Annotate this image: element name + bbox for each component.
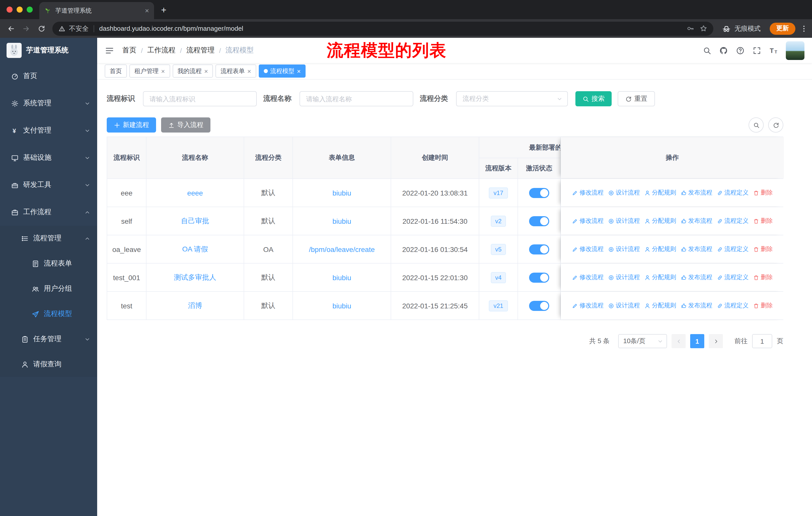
version-badge[interactable]: v5	[491, 244, 506, 255]
fullscreen-icon[interactable]	[753, 46, 761, 55]
goto-page-input[interactable]	[752, 334, 772, 348]
sidebar-item-process-form[interactable]: 流程表单	[0, 251, 97, 276]
process-name-link[interactable]: eeee	[187, 189, 203, 197]
process-name-link[interactable]: 测试多审批人	[174, 273, 216, 282]
modify-link[interactable]: 修改流程	[572, 273, 604, 282]
import-process-button[interactable]: 导入流程	[161, 117, 210, 133]
modify-link[interactable]: 修改流程	[572, 188, 604, 197]
definition-link[interactable]: 流程定义	[717, 245, 749, 253]
assign-rule-link[interactable]: 分配规则	[644, 245, 676, 253]
publish-link[interactable]: 发布流程	[680, 273, 712, 282]
form-info-link[interactable]: biubiu	[332, 189, 351, 197]
version-badge[interactable]: v21	[489, 300, 508, 311]
assign-rule-link[interactable]: 分配规则	[644, 301, 676, 310]
design-link[interactable]: 设计流程	[608, 273, 640, 282]
delete-link[interactable]: 删除	[753, 301, 773, 310]
breadcrumb-item-home[interactable]: 首页	[122, 46, 137, 55]
definition-link[interactable]: 流程定义	[717, 273, 749, 282]
maximize-window-button[interactable]	[27, 6, 33, 12]
assign-rule-link[interactable]: 分配规则	[644, 188, 676, 197]
forward-button[interactable]	[19, 21, 33, 35]
sidebar-item-workflow[interactable]: 工作流程	[0, 198, 97, 226]
prev-page-button[interactable]	[671, 334, 686, 348]
delete-link[interactable]: 删除	[753, 217, 773, 225]
bookmark-star-icon[interactable]	[700, 25, 707, 32]
sidebar-item-devtools[interactable]: 研发工具	[0, 171, 97, 198]
form-info-link[interactable]: /bpm/oa/leave/create	[309, 245, 375, 253]
active-toggle[interactable]	[529, 244, 549, 254]
design-link[interactable]: 设计流程	[608, 301, 640, 310]
tag-process-form[interactable]: 流程表单×	[215, 64, 256, 78]
tag-tenant-management[interactable]: 租户管理×	[129, 64, 170, 78]
delete-link[interactable]: 删除	[753, 273, 773, 282]
tag-close-icon[interactable]: ×	[297, 67, 301, 75]
form-info-link[interactable]: biubiu	[332, 273, 351, 281]
close-window-button[interactable]	[6, 6, 12, 12]
publish-link[interactable]: 发布流程	[680, 245, 712, 253]
modify-link[interactable]: 修改流程	[572, 217, 604, 225]
definition-link[interactable]: 流程定义	[717, 188, 749, 197]
create-process-button[interactable]: 新建流程	[107, 117, 156, 133]
tag-close-icon[interactable]: ×	[204, 67, 208, 75]
modify-link[interactable]: 修改流程	[572, 245, 604, 253]
active-toggle[interactable]	[529, 272, 549, 282]
publish-link[interactable]: 发布流程	[680, 301, 712, 310]
design-link[interactable]: 设计流程	[608, 245, 640, 253]
reset-button[interactable]: 重置	[618, 91, 655, 106]
sidebar-item-process-management[interactable]: 流程管理	[0, 226, 97, 251]
version-badge[interactable]: v17	[489, 187, 508, 198]
definition-link[interactable]: 流程定义	[717, 217, 749, 225]
assign-rule-link[interactable]: 分配规则	[644, 217, 676, 225]
active-toggle[interactable]	[529, 216, 549, 226]
tag-close-icon[interactable]: ×	[247, 67, 251, 75]
version-badge[interactable]: v4	[491, 272, 506, 283]
sidebar-item-process-model[interactable]: 流程模型	[0, 301, 97, 327]
tag-process-model[interactable]: 流程模型×	[259, 64, 306, 78]
sidebar-item-system[interactable]: 系统管理	[0, 90, 97, 117]
browser-tab[interactable]: 芋道管理系统 ×	[39, 2, 154, 19]
page-size-select[interactable]: 10条/页	[618, 334, 667, 348]
minimize-window-button[interactable]	[17, 6, 23, 12]
tab-close-icon[interactable]: ×	[145, 6, 149, 15]
avatar[interactable]	[786, 41, 805, 60]
delete-link[interactable]: 删除	[753, 188, 773, 197]
sidebar-toggle-icon[interactable]	[105, 46, 114, 55]
sidebar-logo[interactable]: 芋道管理系统	[0, 38, 97, 62]
refresh-table-button[interactable]	[768, 117, 783, 133]
new-tab-button[interactable]: +	[161, 5, 166, 16]
form-info-link[interactable]: biubiu	[332, 302, 351, 310]
address-bar[interactable]: 不安全 dashboard.yudao.iocoder.cn/bpm/manag…	[52, 21, 713, 35]
sidebar-item-user-group[interactable]: 用户分组	[0, 276, 97, 301]
process-name-link[interactable]: 自己审批	[181, 216, 209, 225]
process-name-link[interactable]: OA 请假	[182, 245, 208, 254]
publish-link[interactable]: 发布流程	[680, 188, 712, 197]
help-icon[interactable]	[736, 46, 745, 55]
breadcrumb-item-process-management[interactable]: 流程管理	[186, 46, 215, 55]
tag-my-process[interactable]: 我的流程×	[172, 64, 213, 78]
active-toggle[interactable]	[529, 301, 549, 311]
header-search-icon[interactable]	[703, 46, 711, 55]
design-link[interactable]: 设计流程	[608, 217, 640, 225]
version-badge[interactable]: v2	[491, 215, 506, 226]
reload-button[interactable]	[34, 21, 48, 35]
process-id-input[interactable]	[143, 91, 257, 106]
font-size-icon[interactable]: TT	[769, 46, 778, 55]
process-name-input[interactable]	[299, 91, 413, 106]
sidebar-item-task-management[interactable]: 任务管理	[0, 327, 97, 352]
form-info-link[interactable]: biubiu	[332, 217, 351, 225]
password-key-icon[interactable]	[687, 25, 694, 32]
assign-rule-link[interactable]: 分配规则	[644, 273, 676, 282]
breadcrumb-item-workflow[interactable]: 工作流程	[147, 46, 175, 55]
update-button[interactable]: 更新	[770, 22, 795, 34]
sidebar-item-infrastructure[interactable]: 基础设施	[0, 144, 97, 171]
design-link[interactable]: 设计流程	[608, 188, 640, 197]
modify-link[interactable]: 修改流程	[572, 301, 604, 310]
toggle-search-button[interactable]	[749, 117, 764, 133]
definition-link[interactable]: 流程定义	[717, 301, 749, 310]
tag-close-icon[interactable]: ×	[161, 67, 165, 75]
category-select[interactable]: 流程分类	[456, 91, 568, 106]
back-button[interactable]	[4, 21, 18, 35]
search-button[interactable]: 搜索	[575, 91, 612, 106]
browser-menu-icon[interactable]	[800, 24, 808, 32]
next-page-button[interactable]	[709, 334, 723, 348]
